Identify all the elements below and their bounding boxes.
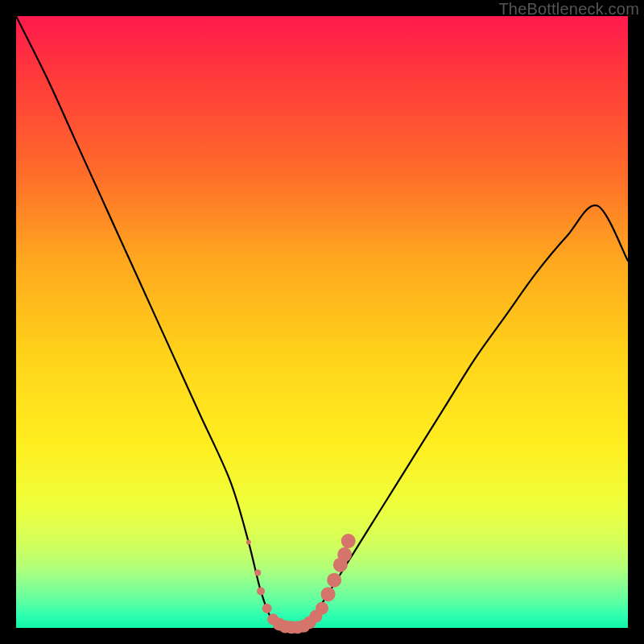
curve-marker (262, 604, 272, 613)
curve-marker (321, 587, 336, 601)
curve-marker (257, 587, 265, 595)
curve-marker (246, 540, 251, 545)
chart-svg (16, 16, 628, 628)
plot-area (16, 16, 628, 628)
chart-frame: TheBottleneck.com (0, 0, 644, 644)
curve-marker (341, 534, 356, 548)
bottleneck-curve (16, 16, 628, 629)
curve-marker (254, 570, 261, 576)
bottom-markers (246, 534, 356, 634)
curve-marker (316, 602, 328, 615)
curve-marker (327, 573, 341, 588)
curve-marker (337, 547, 352, 562)
